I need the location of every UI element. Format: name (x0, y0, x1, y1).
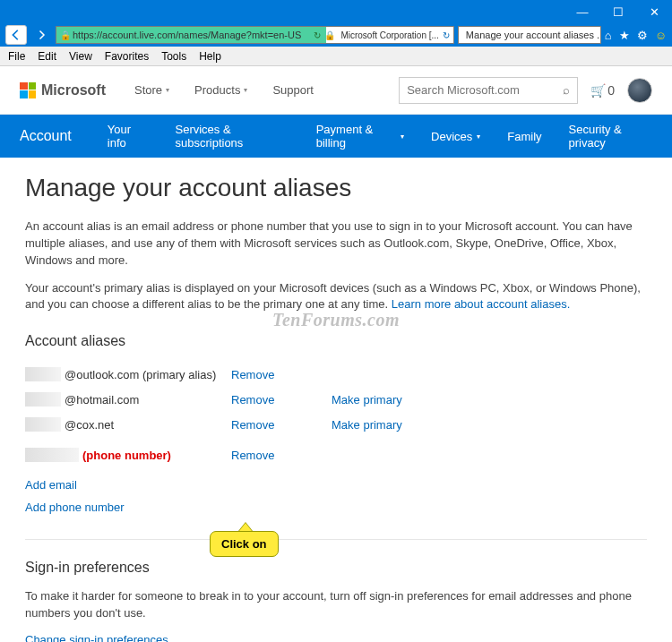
page-title: Manage your account aliases (25, 174, 647, 202)
nav-services[interactable]: Services & subscriptions (175, 123, 289, 150)
intro-paragraph-1: An account alias is an email address or … (25, 218, 647, 270)
browser-toolbar: 🔒 https://account.live.com/names/Manage?… (0, 23, 672, 47)
menu-file[interactable]: File (2, 50, 31, 63)
forward-button[interactable] (30, 25, 52, 45)
menu-edit[interactable]: Edit (31, 50, 63, 63)
redacted-text (25, 367, 61, 381)
nav-devices[interactable]: Devices▾ (431, 130, 480, 143)
url-text: https://account.live.com/names/Manage?mk… (73, 30, 301, 40)
alias-suffix: @hotmail.com (65, 393, 139, 407)
alias-row: @outlook.com (primary alias) Remove (25, 362, 647, 387)
add-phone-link[interactable]: Add phone number (25, 501, 647, 514)
back-button[interactable] (5, 25, 27, 45)
user-avatar[interactable] (627, 78, 652, 103)
cart-icon: 🛒 (590, 83, 606, 98)
chevron-down-icon: ▾ (401, 133, 404, 141)
learn-more-link[interactable]: Learn more about account aliases. (392, 297, 570, 311)
redacted-text (25, 448, 79, 462)
home-icon[interactable]: ⌂ (605, 29, 612, 42)
menu-help[interactable]: Help (193, 50, 228, 63)
menu-favorites[interactable]: Favorites (99, 50, 155, 63)
annotation-callout: Click on (210, 522, 279, 557)
minimize-button[interactable]: — (564, 0, 600, 23)
menu-tools[interactable]: Tools (155, 50, 193, 63)
menu-view[interactable]: View (63, 50, 99, 63)
make-primary-link[interactable]: Make primary (332, 418, 402, 432)
nav-your-info[interactable]: Your info (108, 123, 149, 150)
lock-icon: 🔒 (60, 30, 71, 40)
nav-store[interactable]: Store▾ (134, 83, 169, 97)
browser-tab[interactable]: Manage your account aliases ... ✕ (458, 26, 601, 44)
add-email-link[interactable]: Add email (25, 478, 647, 492)
microsoft-logo-icon (20, 82, 36, 98)
close-window-button[interactable]: ✕ (636, 0, 672, 23)
maximize-button[interactable]: ☐ (600, 0, 636, 23)
cart-button[interactable]: 🛒0 (590, 83, 615, 98)
chevron-down-icon: ▾ (244, 86, 247, 94)
alias-suffix: @outlook.com (primary alias) (65, 368, 216, 381)
remove-link[interactable]: Remove (231, 418, 274, 432)
reload-icon[interactable]: ↻ (314, 30, 321, 40)
account-nav: Account Your info Services & subscriptio… (0, 115, 672, 158)
nav-account[interactable]: Account (20, 128, 72, 144)
nav-payment[interactable]: Payment & billing▾ (316, 123, 404, 150)
alias-row: @cox.net Remove Make primary (25, 412, 647, 437)
top-nav: Store▾ Products▾ Support (134, 83, 314, 97)
browser-menubar: File Edit View Favorites Tools Help (0, 47, 672, 66)
chevron-down-icon: ▾ (477, 133, 480, 141)
remove-link[interactable]: Remove (231, 393, 274, 407)
remove-link[interactable]: Remove (231, 368, 274, 381)
alias-row: @hotmail.com Remove Make primary (25, 387, 647, 412)
refresh-icon[interactable]: ↻ (443, 30, 450, 40)
window-titlebar: — ☐ ✕ (0, 0, 672, 23)
feedback-icon[interactable]: ☺ (655, 29, 667, 42)
nav-security[interactable]: Security & privacy (569, 123, 652, 150)
tab-title: Manage your account aliases ... (466, 30, 601, 40)
search-icon[interactable]: ⌕ (563, 83, 570, 97)
redacted-text (25, 417, 61, 432)
cert-lock-icon: 🔒 (324, 30, 335, 40)
signin-heading: Sign-in preferences (25, 560, 647, 576)
divider (25, 539, 647, 540)
favorites-icon[interactable]: ★ (619, 29, 630, 42)
change-signin-link[interactable]: Change sign-in preferences (25, 633, 168, 642)
remove-phone-link[interactable]: Remove (231, 449, 274, 462)
intro-paragraph-2: Your account's primary alias is displaye… (25, 280, 647, 314)
tools-icon[interactable]: ⚙ (637, 29, 648, 42)
cert-label: Microsoft Corporation [... (340, 30, 438, 40)
phone-number-label: (phone number) (82, 449, 171, 462)
search-input[interactable] (407, 83, 563, 97)
alias-row-phone: (phone number) Remove (25, 442, 647, 467)
chevron-down-icon: ▾ (166, 86, 169, 94)
nav-family[interactable]: Family (507, 130, 541, 143)
redacted-text (25, 392, 61, 407)
site-header: Microsoft Store▾ Products▾ Support ⌕ 🛒0 (0, 66, 672, 115)
brand-text: Microsoft (41, 82, 106, 98)
callout-text: Click on (210, 531, 279, 557)
site-search[interactable]: ⌕ (399, 77, 578, 104)
signin-paragraph: To make it harder for someone to break i… (25, 588, 647, 622)
cart-count: 0 (607, 83, 615, 98)
address-bar[interactable]: 🔒 https://account.live.com/names/Manage?… (56, 26, 454, 44)
main-content: TenForums.com Manage your account aliase… (0, 158, 672, 642)
alias-suffix: @cox.net (65, 418, 114, 432)
nav-support[interactable]: Support (272, 83, 314, 97)
make-primary-link[interactable]: Make primary (332, 393, 402, 407)
aliases-heading: Account aliases (25, 333, 647, 349)
nav-products[interactable]: Products▾ (194, 83, 247, 97)
microsoft-logo[interactable]: Microsoft (20, 82, 106, 98)
